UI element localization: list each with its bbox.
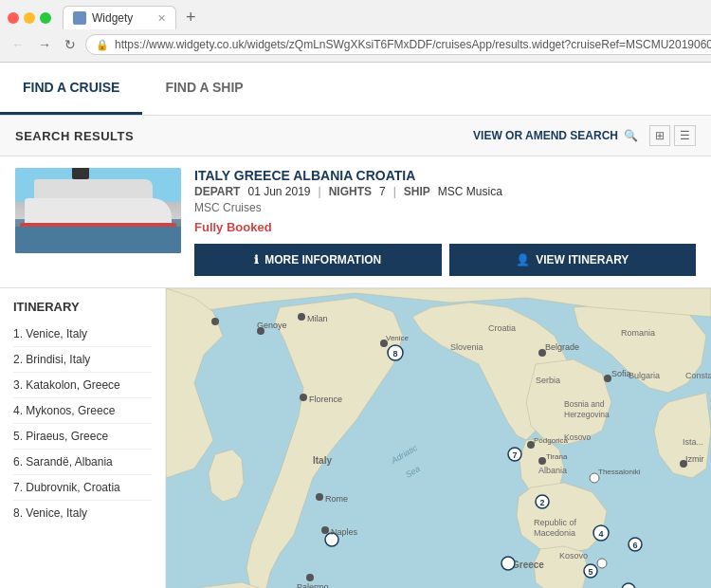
tab-bar: Widgety ✕ + [0,0,711,29]
svg-text:Macedonia: Macedonia [534,528,575,538]
browser-chrome: Widgety ✕ + ← → ↻ 🔒 https://www.widgety.… [0,0,711,63]
cruise-image [15,168,181,253]
svg-text:Izmir: Izmir [685,454,704,464]
results-label: SEARCH RESULTS [15,129,134,143]
ship-decks [34,179,153,198]
cruise-buttons: ℹ MORE INFORMATION 👤 VIEW ITINERARY [194,244,696,276]
itinerary-item[interactable]: 6. Sarandë, Albania [13,450,152,475]
depart-label: DEPART [194,185,240,198]
results-actions: VIEW OR AMEND SEARCH 🔍 ⊞ ☰ [473,125,696,146]
svg-point-66 [538,457,546,465]
view-toggle-icons: ⊞ ☰ [649,125,696,146]
itinerary-item[interactable]: 5. Piraeus, Greece [13,424,152,450]
cruise-meta: DEPART 01 Jun 2019 | NIGHTS 7 | SHIP MSC… [194,185,696,198]
depart-date: 01 Jun 2019 [247,185,310,198]
address-bar: ← → ↻ 🔒 https://www.widgety.co.uk/widget… [0,29,711,62]
tab-close-button[interactable]: ✕ [157,12,166,25]
view-amend-label: VIEW OR AMEND SEARCH [473,129,618,142]
svg-text:6: 6 [632,541,637,550]
more-information-button[interactable]: ℹ MORE INFORMATION [194,244,442,276]
svg-point-43 [597,559,607,568]
map-area: Adriatic Sea Italy Slovenia Croatia Serb… [166,288,711,588]
content-area: ITINERARY 1. Venice, Italy2. Brindisi, I… [0,288,711,588]
ship-label: SHIP [404,185,430,198]
svg-text:Kosovo: Kosovo [564,432,592,442]
svg-text:8: 8 [392,349,397,358]
svg-point-68 [604,375,611,382]
svg-text:Romania: Romania [621,328,655,338]
svg-text:Tirana: Tirana [546,452,568,461]
svg-point-52 [316,493,323,501]
itinerary-item[interactable]: 3. Katakolon, Greece [13,373,152,398]
svg-point-54 [321,526,329,534]
url-text: https://www.widgety.co.uk/widgets/zQmLnS… [115,38,711,51]
svg-text:Naples: Naples [331,527,358,537]
svg-text:Podgorica: Podgorica [534,436,569,445]
svg-text:Serbia: Serbia [536,376,560,385]
tab-find-cruise[interactable]: FIND A CRUISE [0,63,142,115]
svg-text:Venice: Venice [386,334,410,342]
svg-point-76 [211,318,219,325]
list-view-button[interactable]: ☰ [674,125,696,146]
svg-text:Republic of: Republic of [534,518,577,527]
forward-button[interactable]: → [34,35,55,54]
grid-view-button[interactable]: ⊞ [649,125,670,146]
itinerary-item[interactable]: 7. Dubrovnik, Croatia [13,475,152,501]
active-tab[interactable]: Widgety ✕ [63,6,176,29]
tab-find-ship[interactable]: FIND A SHIP [142,63,265,115]
refresh-button[interactable]: ↻ [61,35,80,54]
svg-text:Milan: Milan [307,314,328,323]
close-control[interactable] [8,12,19,24]
svg-text:Greece: Greece [512,560,544,570]
svg-point-56 [306,574,314,581]
svg-point-38 [501,557,515,570]
person-icon: 👤 [516,253,530,266]
view-itinerary-button[interactable]: 👤 VIEW ITINERARY [449,244,697,276]
svg-text:Florence: Florence [309,395,342,404]
itinerary-item[interactable]: 8. Venice, Italy [13,501,152,525]
svg-text:Sofia: Sofia [611,369,631,378]
svg-text:Herzegovina: Herzegovina [564,410,610,419]
svg-text:Albania: Albania [538,466,567,475]
back-button[interactable]: ← [8,35,28,54]
minimize-control[interactable] [24,12,35,24]
cruise-title-row: ITALY GREECE ALBANIA CROATIA [194,168,696,183]
cruise-title: ITALY GREECE ALBANIA CROATIA [194,168,415,183]
water-line [15,227,181,253]
cruise-card: ITALY GREECE ALBANIA CROATIA DEPART 01 J… [0,156,711,288]
results-bar: SEARCH RESULTS VIEW OR AMEND SEARCH 🔍 ⊞ … [0,116,711,156]
map-svg: Adriatic Sea Italy Slovenia Croatia Serb… [166,288,711,588]
itinerary-item[interactable]: 1. Venice, Italy [13,322,152,347]
svg-text:Croatia: Croatia [488,323,516,333]
svg-text:Belgrade: Belgrade [545,342,579,352]
cruise-info: ITALY GREECE ALBANIA CROATIA DEPART 01 J… [181,168,696,276]
app-header: FIND A CRUISE FIND A SHIP [0,63,711,116]
svg-text:Palermo: Palermo [297,582,329,588]
svg-text:Genoye: Genoye [257,321,287,330]
itinerary-list: 1. Venice, Italy2. Brindisi, Italy3. Kat… [13,322,152,525]
svg-point-62 [300,394,307,401]
svg-text:Ista...: Ista... [683,437,703,447]
svg-text:7: 7 [512,450,517,460]
new-tab-button[interactable]: + [180,8,202,28]
itinerary-item[interactable]: 2. Brindisi, Italy [13,347,152,373]
nights-label: NIGHTS [329,185,372,198]
svg-text:4: 4 [598,529,603,539]
cruise-operator: MSC Cruises [194,201,696,214]
info-icon: ℹ [254,253,259,266]
itinerary-title: ITINERARY [13,300,152,314]
nights-value: 7 [379,185,386,198]
fully-booked-status: Fully Booked [194,220,696,234]
itinerary-item[interactable]: 4. Mykonos, Greece [13,398,152,424]
svg-text:Italy: Italy [313,455,332,466]
svg-text:Consta...: Consta... [685,371,711,380]
cruise-top: ITALY GREECE ALBANIA CROATIA DEPART 01 J… [0,156,711,287]
svg-text:Slovenia: Slovenia [450,342,483,352]
window-controls [8,12,51,24]
tab-favicon [73,11,86,25]
search-icon: 🔍 [624,129,638,142]
maximize-control[interactable] [40,12,51,24]
svg-point-60 [298,313,305,321]
url-bar[interactable]: 🔒 https://www.widgety.co.uk/widgets/zQmL… [85,34,711,55]
view-amend-search[interactable]: VIEW OR AMEND SEARCH 🔍 [473,129,638,142]
